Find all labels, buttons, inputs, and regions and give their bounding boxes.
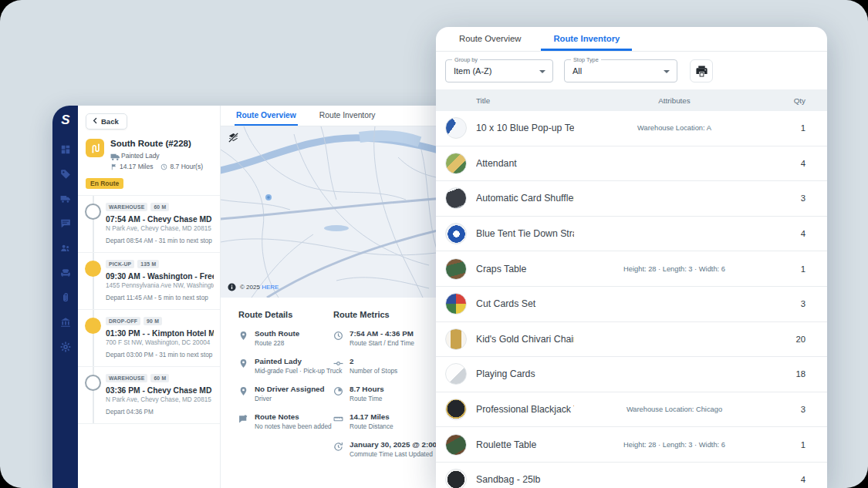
tab-route-inventory[interactable]: Route Inventory — [541, 27, 632, 51]
item-thumbnail — [445, 434, 467, 456]
stop-marker — [85, 375, 101, 391]
item-title: Playing Cards — [476, 369, 574, 379]
inventory-table: 10 x 10 Blue Pop-up Tent Warehouse Locat… — [436, 111, 827, 488]
route-header: Back South Route (#228) Painted Lady 14.… — [78, 106, 220, 196]
stop-depart: Depart 03:00 PM - 31 min to next stop — [106, 352, 214, 358]
group-by-select[interactable]: Group by Item (A-Z) — [445, 59, 553, 82]
stop-card[interactable]: PICK-UP 135 M 09:30 AM - Washington - Fr… — [78, 253, 220, 310]
metric-item: 14.17 MilesRoute Distance — [333, 412, 440, 430]
stop-card[interactable]: WAREHOUSE 60 M 07:54 AM - Chevy Chase MD… — [78, 196, 220, 253]
inventory-table-header: Title Attributes Qty — [436, 89, 827, 111]
table-row[interactable]: Cut Cards Set 3 — [436, 287, 827, 322]
table-row[interactable]: 10 x 10 Blue Pop-up Tent Warehouse Locat… — [436, 111, 827, 146]
team-icon — [60, 243, 71, 257]
stop-distance-badge: 60 M — [150, 203, 169, 211]
table-row[interactable]: Kid's Gold Chivari Chair 20 — [436, 322, 827, 358]
item-attributes: Warehouse Location: Chicago — [574, 406, 775, 413]
back-button[interactable]: Back — [86, 113, 127, 130]
stops-icon — [333, 358, 343, 368]
metric-item: 2Number of Stops — [333, 357, 440, 375]
route-metrics-heading: Route Metrics — [333, 310, 440, 319]
route-panel: Back South Route (#228) Painted Lady 14.… — [78, 106, 221, 488]
sidebar-nav — [56, 142, 75, 364]
stop-depart: Depart 11:45 AM - 5 min to next stop — [106, 294, 214, 301]
sidebar-item[interactable] — [56, 142, 75, 160]
app-window: S — [52, 106, 498, 488]
print-button[interactable] — [690, 59, 713, 82]
stop-distance-badge: 90 M — [144, 317, 162, 325]
sidebar-item[interactable] — [56, 265, 75, 284]
layers-off-icon[interactable] — [228, 132, 239, 143]
item-title: Automatic Card Shuffler — [476, 193, 574, 204]
item-qty: 3 — [775, 194, 806, 203]
tag-icon — [60, 169, 71, 183]
sidebar-item[interactable] — [56, 339, 75, 358]
app-logo: S — [61, 113, 69, 128]
table-row[interactable]: Professional Blackjack Table Warehouse L… — [436, 392, 827, 428]
route-metrics: Route Metrics 7:54 AM - 4:36 PMRoute Sta… — [333, 310, 440, 468]
route-type-icon — [86, 139, 104, 157]
item-thumbnail — [445, 117, 467, 139]
item-thumbnail — [445, 223, 467, 244]
sidebar-item[interactable] — [56, 167, 75, 185]
item-qty: 1 — [775, 440, 806, 449]
sidebar-item[interactable] — [56, 191, 75, 210]
truck-small-icon — [110, 152, 118, 160]
item-qty: 4 — [775, 475, 806, 484]
stop-card[interactable]: WAREHOUSE 60 M 03:36 PM - Chevy Chase MD… — [78, 367, 220, 424]
item-qty: 20 — [775, 335, 806, 344]
stop-marker — [85, 204, 101, 220]
stop-type-badge: WAREHOUSE — [106, 374, 147, 382]
route-vehicle: Painted Lady — [121, 152, 160, 160]
route-title: South Route (#228) — [110, 139, 203, 148]
metric-item: January 30, 2025 @ 2:00 AM GMT-Commute T… — [333, 440, 440, 458]
info-icon[interactable] — [228, 283, 236, 291]
item-title: Blue Tent Tie Down Strap — [476, 228, 574, 239]
table-row[interactable]: Automatic Card Shuffler 3 — [436, 181, 827, 217]
stop-distance-badge: 135 M — [137, 260, 159, 268]
table-row[interactable]: Craps Table Height: 28 · Length: 3 · Wid… — [436, 251, 827, 287]
item-thumbnail — [445, 399, 467, 420]
sidebar-item[interactable] — [56, 315, 75, 333]
item-qty: 4 — [775, 159, 806, 168]
table-row[interactable]: Attendant 4 — [436, 146, 827, 182]
clock-icon — [160, 163, 167, 170]
table-row[interactable]: Blue Tent Tie Down Strap 4 — [436, 217, 827, 252]
table-row[interactable]: Roulette Table Height: 28 · Length: 3 · … — [436, 427, 827, 463]
stop-type-select[interactable]: Stop Type All — [564, 59, 677, 82]
table-row[interactable]: Sandbag - 25lb 4 — [436, 463, 827, 488]
detail-item: No Driver AssignedDriver — [238, 385, 333, 402]
stop-depart: Depart 04:36 PM — [106, 409, 214, 416]
sidebar-item[interactable] — [56, 216, 75, 234]
here-link[interactable]: HERE — [262, 284, 279, 291]
chevron-down-icon — [539, 70, 545, 73]
stop-depart: Depart 08:54 AM - 31 min to next stop — [106, 237, 214, 244]
stop-type-badge: DROP-OFF — [106, 317, 140, 325]
furniture-icon — [60, 268, 71, 281]
item-thumbnail — [445, 363, 467, 385]
stop-address: 700 F St NW, Washington, DC 20004 — [106, 339, 214, 346]
inventory-tabs: Route Overview Route Inventory — [436, 27, 827, 52]
tab-route-overview[interactable]: Route Overview — [235, 106, 298, 126]
metric-item: 7:54 AM - 4:36 PMRoute Start / End Time — [333, 329, 440, 347]
detail-item: South RouteRoute 228 — [238, 329, 333, 347]
item-title: Cut Cards Set — [476, 298, 574, 309]
stop-card[interactable]: DROP-OFF 90 M 01:30 PM - - Kimpton Hotel… — [78, 310, 220, 367]
stop-title: 07:54 AM - Chevy Chase MD (HQ) — [106, 215, 214, 224]
item-qty: 4 — [775, 229, 806, 238]
pin-icon — [238, 358, 248, 368]
route-miles: 14.17 Miles — [120, 163, 153, 170]
clock-icon — [333, 330, 343, 340]
bank-icon — [60, 317, 71, 331]
sidebar-item[interactable] — [56, 241, 75, 259]
item-thumbnail — [445, 153, 467, 174]
item-attributes: Height: 28 · Length: 3 · Width: 6 — [574, 441, 775, 449]
stop-address: 1455 Pennsylvania Ave NW, Washington, DC… — [106, 282, 214, 289]
table-row[interactable]: Playing Cards 18 — [436, 357, 827, 392]
sidebar-item[interactable] — [56, 290, 75, 308]
dashboard-icon — [60, 144, 71, 158]
flag-icon — [110, 163, 117, 170]
item-qty: 1 — [775, 264, 806, 274]
tab-route-inventory[interactable]: Route Inventory — [318, 106, 377, 126]
tab-route-overview[interactable]: Route Overview — [447, 27, 533, 51]
